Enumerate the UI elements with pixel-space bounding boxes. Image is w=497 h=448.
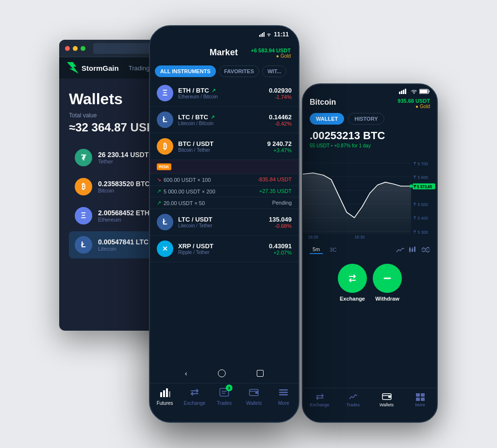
svg-rect-16	[279, 394, 288, 396]
browser-maximize-dot[interactable]	[81, 46, 85, 51]
rp-nav-more[interactable]: More	[403, 392, 437, 407]
svg-rect-7	[169, 391, 170, 397]
candle-chart-icon[interactable]	[409, 246, 417, 253]
line-chart-icon[interactable]	[396, 246, 405, 253]
time-3c[interactable]: 3C	[327, 246, 339, 254]
browser-close-dot[interactable]	[65, 46, 70, 51]
rp-time-controls: 5m 3C	[303, 243, 437, 256]
market-row-ltc-usdt[interactable]: Ł LTC / USDT Litecoin / Tether 135.049 -…	[150, 209, 298, 236]
rp-wifi-icon	[411, 89, 417, 94]
market-title: Market	[197, 48, 251, 58]
withdraw-btn[interactable]	[373, 264, 402, 293]
android-recent[interactable]	[257, 370, 264, 377]
svg-rect-52	[388, 396, 391, 398]
rp-battery-icon	[419, 89, 430, 94]
nav-futures[interactable]: Futures	[150, 387, 180, 406]
exchange-btn[interactable]	[338, 264, 367, 293]
pair-info-ltc-btc: LTC / BTC ↗ Litecoin / Bitcoin	[178, 113, 264, 126]
exchange-icon	[189, 387, 200, 397]
android-back[interactable]: ‹	[185, 369, 187, 377]
stormgain-icon	[67, 62, 79, 74]
tab-favorites[interactable]: FAVORITES	[219, 65, 260, 77]
status-time: 11:11	[274, 31, 289, 38]
wallets-icon-wrap	[248, 387, 259, 399]
exchange-icon-wrap	[189, 387, 200, 399]
time-5m[interactable]: 5m	[310, 245, 323, 254]
pair-name-btc-usdt: BTC / USDT	[178, 140, 262, 147]
nav-trades-label: Trades	[217, 400, 232, 406]
coin-icon-usdt: ₮	[75, 149, 92, 166]
trades-badge: 3	[226, 384, 232, 391]
rp-nav-trades[interactable]: Trades	[336, 392, 370, 407]
nav-trading[interactable]: Trading	[129, 64, 150, 72]
rp-nav-wallets[interactable]: Wallets	[370, 392, 403, 407]
right-phone: Bitcoin 935.68 USDT ● Gold WALLET HISTOR…	[302, 83, 438, 423]
withdraw-btn-label: Withdraw	[375, 296, 399, 302]
center-phone: 11:11 Market +6 583.94 USDT ●Gold ALL IN…	[149, 25, 299, 423]
split-chart-icon[interactable]	[421, 246, 430, 253]
risk-item-3[interactable]: ↗ 20.00 USDT × 50 Pending	[150, 197, 298, 209]
rp-trades-icon	[348, 392, 358, 401]
rp-nav-exchange[interactable]: Exchange	[303, 392, 336, 407]
nav-exchange[interactable]: Exchange	[180, 387, 209, 406]
svg-rect-14	[279, 389, 288, 391]
pair-icon-ltc-btc: Ł	[157, 112, 173, 128]
svg-text:₸ 5 400: ₸ 5 400	[414, 216, 428, 221]
nav-more-label: More	[278, 400, 289, 406]
rp-nav-more-label: More	[415, 402, 425, 407]
nav-more[interactable]: More	[269, 387, 298, 406]
svg-rect-18	[401, 91, 402, 94]
balance-usdt: +6 583.94 USDT	[251, 48, 291, 53]
market-row-ltc-btc[interactable]: Ł LTC / BTC ↗ Litecoin / Bitcoin 0.14462…	[150, 107, 298, 133]
risk-left-1: ↘ 600.00 USDT × 100	[157, 176, 211, 183]
nav-wallets[interactable]: Wallets	[239, 387, 269, 406]
pair-sub-ltc-btc: Litecoin / Bitcoin	[178, 121, 264, 126]
rp-gold: ● Gold	[398, 104, 430, 109]
risk-val-2: +27.35 USDT	[259, 188, 292, 194]
rp-nav-trades-label: Trades	[347, 402, 360, 407]
bitcoin-chart-svg: ₸ 5 700 ₸ 5 600 ₸ 5 573,65 ₸ 5 500 ₸ 5 4…	[303, 152, 437, 240]
rp-tab-wallet[interactable]: WALLET	[310, 113, 344, 125]
signal-icon	[259, 32, 265, 37]
stormgain-logo: StormGain	[67, 62, 119, 74]
svg-rect-55	[421, 393, 425, 397]
browser-minimize-dot[interactable]	[73, 46, 78, 51]
svg-rect-23	[420, 90, 428, 93]
nav-wallets-label: Wallets	[246, 400, 262, 406]
svg-text:₸ 5 300: ₸ 5 300	[414, 229, 428, 234]
svg-text:₸ 5 573,65: ₸ 5 573,65	[414, 185, 432, 189]
rp-nav-exchange-label: Exchange	[310, 402, 329, 407]
coin-icon-ltc: Ł	[75, 236, 92, 254]
risk-item-2[interactable]: ↗ 5 000.00 USDT × 200 +27.35 USDT	[150, 186, 298, 197]
rp-chart: ₸ 5 700 ₸ 5 600 ₸ 5 573,65 ₸ 5 500 ₸ 5 4…	[303, 152, 437, 240]
risk-item-1[interactable]: ↘ 600.00 USDT × 100 -835.84 USDT	[150, 174, 298, 186]
pair-price-eth-btc: 0.02930 -1.74%	[269, 87, 292, 100]
tab-wit[interactable]: WIT...	[262, 65, 286, 77]
pair-sub-ltc-usdt: Litecoin / Tether	[178, 223, 264, 228]
market-row-eth-btc[interactable]: Ξ ETH / BTC ↗ Ethereum / Bitcoin 0.02930…	[150, 80, 298, 107]
risk-val-1: -835.84 USDT	[258, 176, 292, 183]
market-tabs: ALL INSTRUMENTS FAVORITES WIT...	[150, 63, 298, 80]
tab-all-instruments[interactable]: ALL INSTRUMENTS	[155, 65, 216, 77]
exchange-btn-label: Exchange	[340, 296, 365, 302]
market-row-btc-usdt[interactable]: ₿ BTC / USDT Bitcoin / Tether 9 240.72 +…	[150, 133, 298, 160]
exchange-action[interactable]: Exchange	[338, 264, 367, 302]
price-change-ltc-btc: -0.42%	[269, 121, 292, 127]
withdraw-action[interactable]: Withdraw	[373, 264, 402, 302]
nav-trades[interactable]: 3 Trades	[209, 387, 239, 406]
trades-icon-wrap: 3	[219, 387, 230, 399]
pair-info-ltc-usdt: LTC / USDT Litecoin / Tether	[178, 216, 264, 228]
market-row-xrp-usdt[interactable]: ✕ XRP / USDT Ripple / Tether 0.43091 +2.…	[150, 236, 298, 262]
svg-rect-3	[264, 32, 265, 37]
nav-futures-label: Futures	[157, 400, 173, 406]
pair-name-ltc-btc: LTC / BTC ↗	[178, 113, 264, 121]
rp-wallets-icon	[382, 392, 392, 401]
svg-rect-20	[405, 89, 406, 94]
price-change-xrp-usdt: +2.07%	[269, 250, 292, 256]
rp-actions: Exchange Withdraw	[303, 256, 437, 309]
rp-signal-icon	[399, 88, 409, 94]
arrow-down-1: ↘	[157, 176, 161, 183]
android-home[interactable]	[218, 369, 226, 377]
arrow-up-3: ↗	[157, 200, 161, 206]
rp-tab-history[interactable]: HISTORY	[348, 113, 384, 125]
